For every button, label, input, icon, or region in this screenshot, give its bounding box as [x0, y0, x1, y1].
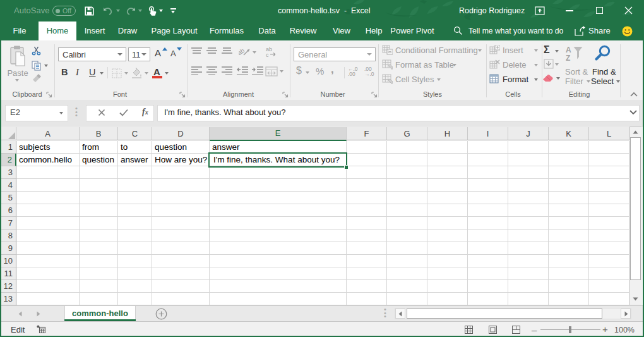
svg-text:Z: Z — [566, 54, 570, 62]
svg-text:ab: ab — [239, 47, 246, 57]
svg-text:A: A — [566, 46, 571, 54]
svg-text:c: c — [266, 52, 269, 58]
